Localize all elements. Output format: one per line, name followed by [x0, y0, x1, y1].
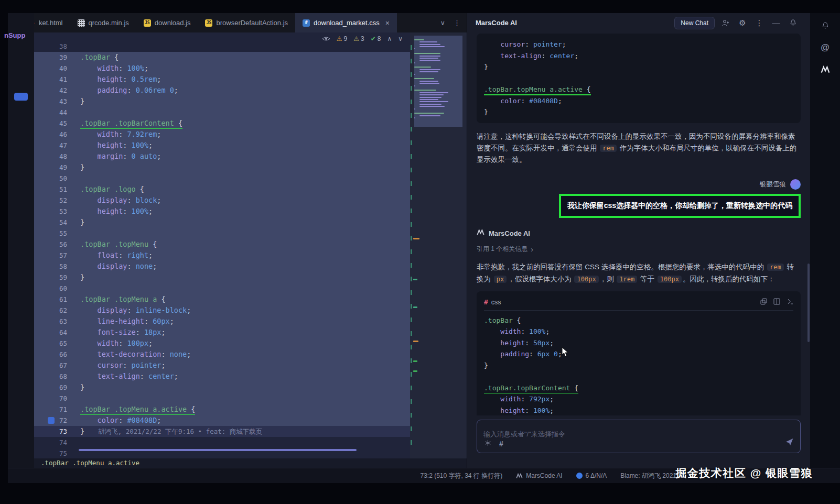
line-number[interactable]: 49 — [34, 162, 79, 173]
editor-line-45[interactable]: 45.topBar .topBarContent { — [34, 118, 410, 129]
line-number[interactable]: 45 — [34, 118, 79, 129]
marscode-status[interactable]: MarsCode AI — [516, 472, 562, 479]
chat-scroll-area[interactable]: cursor: pointer; text-align: center;}.to… — [467, 32, 810, 415]
line-number[interactable]: 39 — [34, 52, 79, 63]
line-number[interactable]: 63 — [34, 316, 79, 327]
new-chat-button[interactable]: New Chat — [674, 17, 715, 29]
editor-line-47[interactable]: 47 height: 100%; — [34, 140, 410, 151]
editor-line-48[interactable]: 48 margin: 0 auto; — [34, 151, 410, 162]
editor-line-52[interactable]: 52 display: block; — [34, 195, 410, 206]
editor-line-69[interactable]: 69} — [34, 382, 410, 393]
editor-line-68[interactable]: 68 text-align: center; — [34, 371, 410, 382]
minimap-viewport[interactable] — [414, 36, 462, 127]
line-number[interactable]: 75 — [34, 448, 79, 458]
invite-people-icon[interactable] — [720, 17, 731, 29]
editor-line-72[interactable]: 72 color: #08408D; — [34, 415, 410, 426]
breadcrumb[interactable]: .topBar .topMenu a.active — [34, 458, 467, 468]
chat-scrollbar[interactable] — [807, 264, 810, 342]
editor-line-44[interactable]: 44 — [34, 107, 410, 118]
reference-toggle[interactable]: 引用 1 个相关信息 › — [477, 245, 801, 254]
active-tool-indicator[interactable] — [14, 93, 28, 101]
line-number[interactable]: 64 — [34, 327, 79, 338]
chat-input-box[interactable]: # — [477, 420, 801, 453]
editor-line-73[interactable]: 73}胡鸿飞, 2021/2/22 下午9:16 • feat: 商城下载页 — [34, 426, 410, 437]
caret-position[interactable]: 73:2 (510 字符, 34 行 换行符) — [420, 472, 502, 480]
editor-line-50[interactable]: 50 — [34, 173, 410, 184]
weak-warning-icon[interactable]: ⚠3 — [353, 35, 364, 42]
marscode-tool-icon[interactable] — [819, 63, 832, 76]
editor-line-66[interactable]: 66 text-decoration: none; — [34, 349, 410, 360]
editor-line-61[interactable]: 61.topBar .topMenu a { — [34, 294, 410, 305]
editor-line-57[interactable]: 57 float: right; — [34, 250, 410, 261]
breadcrumb-text[interactable]: .topBar .topMenu a.active — [41, 459, 139, 467]
editor-line-70[interactable]: 70 — [34, 393, 410, 404]
line-number[interactable]: 74 — [34, 437, 79, 448]
tab-qrcode.min.js[interactable]: qrcode.min.js — [70, 13, 136, 32]
line-number[interactable]: 70 — [34, 393, 79, 404]
tab-ket.html[interactable]: <>ket.html — [34, 13, 70, 32]
editor-line-42[interactable]: 42 padding: 0.06rem 0; — [34, 85, 410, 96]
editor-line-49[interactable]: 49} — [34, 162, 410, 173]
bookmark-icon[interactable] — [48, 417, 55, 424]
editor-line-60[interactable]: 60 — [34, 283, 410, 294]
insert-icon[interactable] — [787, 298, 793, 306]
editor-line-46[interactable]: 46 width: 7.92rem; — [34, 129, 410, 140]
tab-browserDefaultAction.js[interactable]: JSbrowserDefaultAction.js — [198, 13, 295, 32]
tab-download_market.css[interactable]: #download_market.css× — [295, 13, 397, 32]
blame-status[interactable]: Blame: 胡鸿飞 2021 — [620, 472, 676, 480]
line-number[interactable]: 38 — [34, 41, 79, 52]
line-number[interactable]: 57 — [34, 250, 79, 261]
line-number[interactable]: 62 — [34, 305, 79, 316]
editor-line-53[interactable]: 53 height: 100%; — [34, 206, 410, 217]
line-number[interactable]: 46 — [34, 129, 79, 140]
line-number[interactable]: 58 — [34, 261, 79, 272]
chevron-up-icon[interactable]: ∧ — [387, 35, 392, 42]
command-icon[interactable] — [484, 439, 491, 448]
eye-icon[interactable] — [322, 36, 330, 42]
tab-download.js[interactable]: JSdownload.js — [136, 13, 198, 32]
warning-icon[interactable]: ⚠9 — [337, 35, 347, 42]
editor-line-54[interactable]: 54} — [34, 217, 410, 228]
editor-line-71[interactable]: 71.topBar .topMenu a.active { — [34, 404, 410, 415]
line-number[interactable]: 41 — [34, 74, 79, 85]
line-number[interactable]: 54 — [34, 217, 79, 228]
line-number[interactable]: 52 — [34, 195, 79, 206]
line-number[interactable]: 73 — [34, 426, 79, 437]
ai-chat-icon[interactable]: @ — [819, 41, 832, 54]
line-number[interactable]: 53 — [34, 206, 79, 217]
line-number[interactable]: 50 — [34, 173, 79, 184]
kebab-icon[interactable]: ⋮ — [753, 17, 765, 29]
editor-line-65[interactable]: 65 width: 100px; — [34, 338, 410, 349]
editor-line-39[interactable]: 39.topBar { — [34, 52, 410, 63]
line-number[interactable]: 42 — [34, 85, 79, 96]
line-number[interactable]: 66 — [34, 349, 79, 360]
copy-icon[interactable] — [760, 298, 767, 306]
line-number[interactable]: 55 — [34, 228, 79, 239]
line-number[interactable]: 48 — [34, 151, 79, 162]
editor-line-67[interactable]: 67 cursor: pointer; — [34, 360, 410, 371]
editor-line-56[interactable]: 56.topBar .topMenu { — [34, 239, 410, 250]
line-number[interactable]: 56 — [34, 239, 79, 250]
editor-line-38[interactable]: 38 — [34, 41, 410, 52]
line-number[interactable]: 72 — [34, 415, 79, 426]
inspections-status[interactable]: 6 Δ/N/A — [576, 472, 607, 479]
editor-line-63[interactable]: 63 line-height: 60px; — [34, 316, 410, 327]
line-number[interactable]: 71 — [34, 404, 79, 415]
chevron-down-icon[interactable]: ∨ — [440, 19, 445, 27]
more-icon[interactable]: ⋮ — [454, 19, 460, 27]
hash-icon[interactable]: # — [499, 440, 503, 448]
line-number[interactable]: 43 — [34, 96, 79, 107]
notifications-bell-icon[interactable] — [819, 19, 832, 32]
line-number[interactable]: 59 — [34, 272, 79, 283]
passed-check-icon[interactable]: ✔8 — [371, 35, 381, 42]
line-number[interactable]: 67 — [34, 360, 79, 371]
line-number[interactable]: 68 — [34, 371, 79, 382]
editor-line-64[interactable]: 64 font-size: 18px; — [34, 327, 410, 338]
line-number[interactable]: 47 — [34, 140, 79, 151]
line-number[interactable]: 60 — [34, 283, 79, 294]
editor-line-41[interactable]: 41 height: 0.5rem; — [34, 74, 410, 85]
bell-icon[interactable] — [787, 17, 799, 29]
gear-icon[interactable]: ⚙ — [737, 17, 748, 29]
line-number[interactable]: 65 — [34, 338, 79, 349]
chat-input[interactable] — [477, 420, 800, 442]
